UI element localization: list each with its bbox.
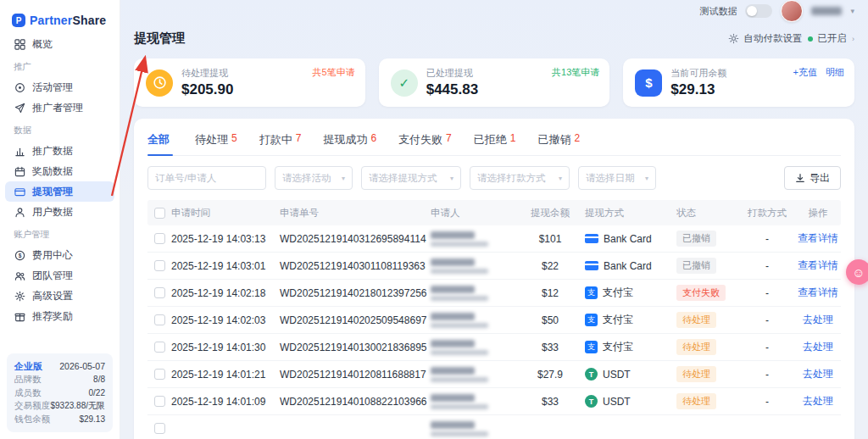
cell-order-no: WD20251219140218012397256 [280,287,431,299]
row-action-link[interactable]: 去处理 [803,314,833,325]
status-badge: 待处理 [676,312,716,328]
cell-applicant [431,286,515,301]
sidebar-item-overview[interactable]: 概览 [5,34,114,54]
tab-paying[interactable]: 打款中7 [259,132,302,147]
cell-payway: - [739,396,795,408]
row-checkbox[interactable] [154,369,165,380]
status-badge: 已撤销 [676,258,716,274]
main-area: 测试数据 ▾ 提现管理 自动付款设置 已开启 › 待处理提现 $205.90 共… [120,0,868,439]
sidebar-item-referral[interactable]: 推荐奖励 [5,306,114,326]
cell-apply-time: 2025-12-19 14:01:30 [171,342,280,353]
row-action-link[interactable]: 去处理 [803,395,833,407]
row-checkbox[interactable] [154,314,165,325]
detail-link[interactable]: 明细 [826,66,844,79]
tab-label: 支付失败 [398,132,442,147]
autopay-status: 已开启 [818,32,848,45]
table-row: 2025-12-19 14:01:30 WD202512191401300218… [147,334,841,361]
recharge-link[interactable]: +充值 [793,66,817,79]
plan-expiry: 2026-05-07 [59,360,105,374]
svg-text:$: $ [18,252,21,258]
chevron-down-icon[interactable]: ▾ [850,7,854,15]
cell-action: 去处理 [795,313,841,327]
row-action-link[interactable]: 查看详情 [798,259,838,271]
test-data-label: 测试数据 [699,5,737,18]
test-data-toggle[interactable] [745,4,772,18]
sidebar-item-withdraw[interactable]: 提现管理 [5,181,114,202]
gear-icon [728,33,739,44]
tab-label: 打款中 [259,132,292,147]
cell-payway: - [739,260,795,272]
sidebar-item-team[interactable]: 团队管理 [5,265,114,286]
table-row: 2025-12-19 14:03:13 WD202512191403126958… [147,225,841,253]
cell-amount: $33 [515,342,585,353]
sidebar-item-settings[interactable]: 高级设置 [5,286,114,306]
filter-pay-method-select[interactable]: 请选择打款方式▾ [470,166,570,190]
tab-label: 提现成功 [323,132,367,147]
plan-row-label: 交易额度 [14,399,50,413]
row-checkbox[interactable] [154,342,165,353]
cell-action: 查看详情 [795,286,841,300]
tab-success[interactable]: 提现成功6 [323,132,376,147]
tab-pending[interactable]: 待处理5 [195,132,237,147]
cell-action: 去处理 [795,394,841,408]
row-action-link[interactable]: 去处理 [803,341,833,353]
autopay-settings[interactable]: 自动付款设置 已开启 › [728,32,855,45]
floating-assistant-button[interactable]: ☺ [846,259,868,285]
tab-all[interactable]: 全部 [147,132,173,147]
avatar[interactable] [781,0,803,22]
brand-name-secondary: Share [72,14,106,27]
stat-card-balance: $ 当前可用余额 $29.13 +充值 明细 [623,58,854,107]
filter-date-select[interactable]: 请选择日期▾ [578,166,656,190]
user-data-icon [14,206,25,218]
row-checkbox[interactable] [154,260,165,271]
select-all-checkbox[interactable] [154,208,165,219]
cell-order-no: WD20251219140108822103966 [280,396,431,408]
row-action-link[interactable]: 查看详情 [798,286,838,298]
chevron-down-icon: ▾ [645,175,648,182]
activity-icon [14,81,25,93]
sidebar-item-user-data[interactable]: 用户数据 [5,202,114,222]
plan-row-value: 0/22 [89,386,105,400]
search-input-wrap [147,166,266,190]
tab-count: 2 [574,132,580,147]
row-checkbox[interactable] [154,423,165,434]
sidebar-item-reward-data[interactable]: 奖励数据 [5,161,114,181]
cell-action: 去处理 [795,367,841,381]
sidebar-item-activity[interactable]: 活动管理 [5,77,114,97]
tab-rejected[interactable]: 已拒绝1 [474,132,516,147]
sidebar-item-label: 推广数据 [32,144,73,158]
filter-activity-select[interactable]: 请选择活动▾ [275,166,353,190]
tab-count: 7 [296,132,302,147]
search-input[interactable] [155,173,259,183]
plan-row-label: 钱包余额 [14,413,50,426]
row-checkbox[interactable] [154,396,165,407]
cell-applicant [431,394,515,409]
cell-payway: - [739,342,795,353]
plan-row-value: 8/8 [93,373,105,386]
plan-row-label: 成员数 [14,386,42,400]
table-row [147,415,841,439]
tab-failed[interactable]: 支付失败7 [398,132,452,147]
row-action-link[interactable]: 去处理 [803,368,833,380]
cell-apply-time: 2025-12-19 14:01:21 [171,369,280,381]
page-title: 提现管理 [134,31,185,47]
cell-status: 待处理 [676,393,739,409]
redacted-applicant-name [431,340,475,347]
sidebar-nav: 概览推广活动管理推广者管理数据推广数据奖励数据提现管理用户数据账户管理$费用中心… [0,34,120,348]
row-checkbox[interactable] [154,287,165,298]
tab-revoked[interactable]: 已撤销2 [537,132,580,147]
clock-icon [146,69,173,97]
sidebar-item-label: 高级设置 [32,289,73,303]
sidebar-item-cost-center[interactable]: $费用中心 [5,245,114,265]
referral-icon [14,310,25,322]
row-action-link[interactable]: 查看详情 [798,232,838,244]
filter-withdraw-method-select[interactable]: 请选择提现方式▾ [361,166,461,190]
sidebar-item-promo-data[interactable]: 推广数据 [5,141,114,161]
sidebar-item-promoter[interactable]: 推广者管理 [5,97,114,118]
dollar-icon: $ [635,69,662,97]
download-icon [795,173,805,183]
export-button[interactable]: 导出 [784,166,841,190]
cell-status: 待处理 [676,339,739,355]
payment-method-label: 支付宝 [603,340,633,354]
row-checkbox[interactable] [154,233,165,244]
